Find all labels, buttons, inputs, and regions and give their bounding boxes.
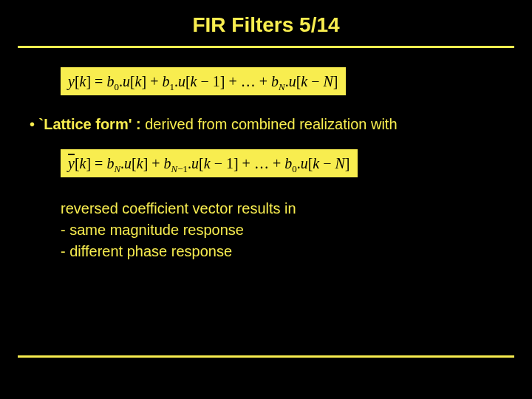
bullet-marker: • (30, 116, 39, 132)
equation-1-wrap: y[k] = b0.u[k] + b1.u[k − 1] + … + bN.u[… (61, 67, 508, 95)
equation-2-wrap: y[k] = bN.u[k] + bN−1.u[k − 1] + … + b0.… (61, 149, 508, 177)
footer-divider (18, 355, 514, 358)
body-line-3: - different phase response (61, 241, 508, 262)
bullet-tail: derived from combined realization with (141, 116, 398, 132)
slide-title: FIR Filters 5/14 (0, 0, 532, 46)
equation-2: y[k] = bN.u[k] + bN−1.u[k − 1] + … + b0.… (61, 149, 358, 177)
body-line-1: reversed coefficient vector results in (61, 198, 508, 219)
body-line-2: - same magnitude response (61, 219, 508, 241)
bullet-lattice-form: • `Lattice form' : derived from combined… (30, 116, 508, 133)
equation-1: y[k] = b0.u[k] + b1.u[k − 1] + … + bN.u[… (61, 67, 346, 95)
body-text: reversed coefficient vector results in -… (61, 198, 508, 262)
bullet-lead: `Lattice form' : (39, 116, 141, 132)
slide-content: y[k] = b0.u[k] + b1.u[k − 1] + … + bN.u[… (0, 48, 532, 262)
